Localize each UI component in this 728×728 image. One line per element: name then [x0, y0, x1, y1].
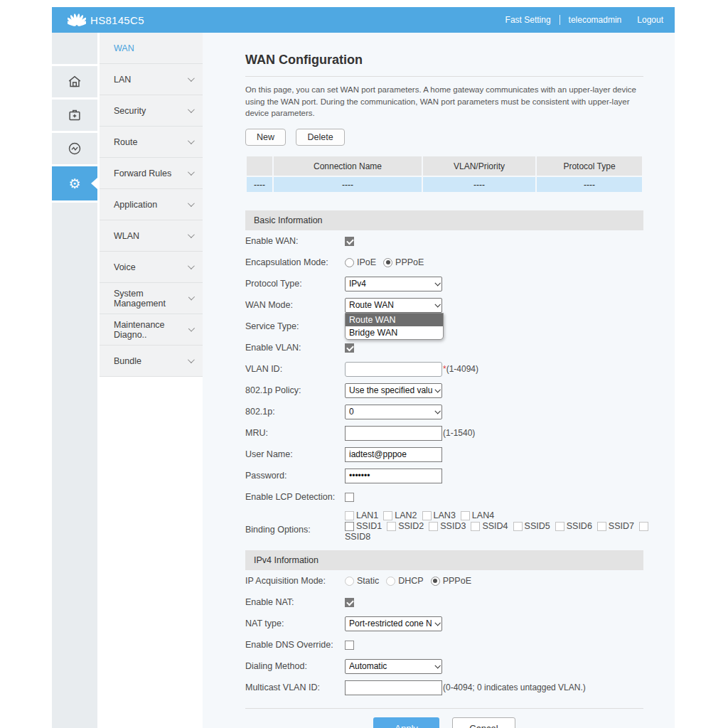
- ipoe-radio[interactable]: [345, 258, 354, 267]
- device-model-title: HS8145C5: [90, 14, 144, 26]
- table-row[interactable]: ---- ---- ---- ----: [247, 177, 642, 192]
- section-ipv4-information: IPv4 Information: [245, 550, 643, 570]
- enable-nat-row: Enable NAT:: [245, 592, 643, 613]
- table-cell: ----: [423, 177, 535, 192]
- 8021p-policy-select[interactable]: Use the specified valu: [345, 383, 442, 398]
- logout-link[interactable]: Logout: [637, 15, 663, 25]
- protocol-type-select[interactable]: IPv4: [345, 277, 442, 291]
- sidebar-item-bundle[interactable]: Bundle: [100, 346, 203, 377]
- table-header-vlan-priority: VLAN/Priority: [423, 156, 535, 176]
- enable-vlan-checkbox[interactable]: [345, 343, 354, 353]
- service-kit-icon[interactable]: [52, 100, 97, 131]
- password-row: Password:: [245, 465, 643, 486]
- lan4-checkbox: [461, 511, 470, 520]
- sidebar-item-route[interactable]: Route: [100, 127, 203, 158]
- settings-gear-icon[interactable]: ⚙: [52, 166, 97, 200]
- 8021p-select[interactable]: 0: [345, 405, 442, 419]
- page-description: On this page, you can set WAN port param…: [245, 84, 643, 119]
- dialing-method-row: Dialing Method: Automatic: [245, 655, 643, 677]
- chevron-down-icon: [188, 200, 195, 207]
- chevron-down-icon: [434, 387, 440, 392]
- sidebar-item-wlan[interactable]: WLAN: [100, 220, 203, 252]
- dns-override-row: Enable DNS Override:: [245, 634, 643, 655]
- chevron-down-icon: [188, 356, 195, 363]
- section-basic-information: Basic Information: [245, 210, 643, 230]
- binding-options-row: Binding Options: LAN1 LAN2 LAN3 LAN4 SSI…: [245, 508, 643, 549]
- static-radio: [345, 577, 354, 586]
- mru-input[interactable]: [345, 426, 442, 441]
- dhcp-radio: [386, 577, 395, 586]
- dropdown-option-bridge-wan[interactable]: Bridge WAN: [346, 326, 443, 339]
- ssid8-label: SSID8: [345, 532, 370, 542]
- mru-row: MRU: (1-1540): [245, 422, 643, 444]
- router-admin-page: HS8145C5 Fast Setting telecomadmin Logou…: [0, 0, 728, 728]
- enable-wan-row: Enable WAN:: [245, 230, 643, 252]
- enable-nat-checkbox[interactable]: [345, 598, 354, 607]
- enable-wan-checkbox[interactable]: [345, 237, 354, 246]
- dns-override-checkbox[interactable]: [345, 641, 354, 650]
- cancel-button[interactable]: Cancel: [452, 717, 515, 728]
- enable-vlan-row: Enable VLAN:: [245, 337, 643, 358]
- lcp-detection-checkbox[interactable]: [345, 493, 354, 502]
- 8021p-row: 802.1p: 0: [245, 401, 643, 422]
- chevron-down-icon: [188, 231, 195, 238]
- sidebar-item-lan[interactable]: LAN: [100, 64, 203, 95]
- header-divider: [560, 15, 560, 25]
- nat-type-select[interactable]: Port-restricted cone N: [345, 616, 442, 631]
- dialing-method-select[interactable]: Automatic: [345, 659, 442, 674]
- gear-icon: ⚙: [68, 177, 80, 191]
- ssid2-checkbox: [387, 522, 396, 531]
- table-header-connection-name: Connection Name: [274, 156, 422, 176]
- huawei-logo-icon: [68, 11, 86, 28]
- wan-mode-select[interactable]: Route WAN: [345, 298, 442, 313]
- rail-spacer: [52, 33, 97, 64]
- delete-button[interactable]: Delete: [296, 129, 344, 146]
- table-cell: ----: [247, 177, 272, 192]
- sidebar-item-voice[interactable]: Voice: [100, 252, 203, 283]
- vlan-id-input[interactable]: [345, 362, 442, 377]
- 8021p-policy-row: 802.1p Policy: Use the specified valu: [245, 380, 643, 401]
- apply-button[interactable]: Apply: [373, 717, 439, 728]
- multicast-vlan-input[interactable]: [345, 680, 442, 695]
- lan3-checkbox: [422, 511, 432, 520]
- sidebar-item-application[interactable]: Application: [100, 189, 203, 220]
- title-divider: [245, 76, 643, 77]
- home-icon[interactable]: [52, 66, 97, 97]
- top-header-bar: HS8145C5 Fast Setting telecomadmin Logou…: [52, 7, 675, 33]
- table-header-row: Connection Name VLAN/Priority Protocol T…: [247, 156, 642, 176]
- chevron-down-icon: [188, 168, 195, 176]
- vlan-id-row: VLAN ID: *(1-4094): [245, 358, 643, 380]
- footer-divider: [245, 708, 643, 709]
- nat-type-row: NAT type: Port-restricted cone N: [245, 613, 643, 634]
- multicast-vlan-row: Multicast VLAN ID: (0-4094; 0 indicates …: [245, 677, 643, 698]
- chevron-down-icon: [188, 294, 195, 300]
- protocol-type-row: Protocol Type: IPv4: [245, 273, 643, 294]
- icon-rail: ⚙: [52, 33, 97, 728]
- sidebar-item-wan[interactable]: WAN: [100, 33, 203, 64]
- wan-mode-row: WAN Mode: Route WAN Route WAN Bridge WAN: [245, 294, 643, 316]
- chevron-down-icon: [434, 408, 440, 414]
- pppoe-radio[interactable]: [383, 258, 392, 267]
- lan2-checkbox: [383, 511, 392, 520]
- sidebar-menu: WAN LAN Security Route Forward Rules App…: [100, 33, 203, 728]
- fast-setting-link[interactable]: Fast Setting: [505, 15, 551, 25]
- sidebar-item-security[interactable]: Security: [100, 95, 203, 127]
- ssid8-checkbox: [639, 522, 648, 531]
- pppoe-acquisition-radio[interactable]: [431, 577, 440, 586]
- chevron-down-icon: [434, 280, 440, 286]
- sidebar-item-forward-rules[interactable]: Forward Rules: [100, 158, 203, 189]
- encapsulation-mode-row: Encapsulation Mode: IPoE PPPoE: [245, 252, 643, 273]
- user-name-input[interactable]: [345, 447, 442, 462]
- ssid5-checkbox: [513, 522, 523, 531]
- ssid1-checkbox[interactable]: [345, 522, 354, 531]
- new-button[interactable]: New: [245, 129, 286, 146]
- dropdown-option-route-wan[interactable]: Route WAN: [346, 314, 443, 326]
- ssid3-checkbox: [429, 522, 438, 531]
- sidebar-item-system-management[interactable]: System Management: [100, 283, 203, 314]
- active-rail-arrow: [91, 178, 97, 189]
- chevron-down-icon: [434, 620, 440, 626]
- password-input[interactable]: [345, 469, 442, 483]
- chevron-down-icon: [188, 325, 195, 331]
- sidebar-item-maintenance-diagnose[interactable]: Maintenance Diagno..: [100, 314, 203, 346]
- diagnose-gauge-icon[interactable]: [52, 133, 97, 164]
